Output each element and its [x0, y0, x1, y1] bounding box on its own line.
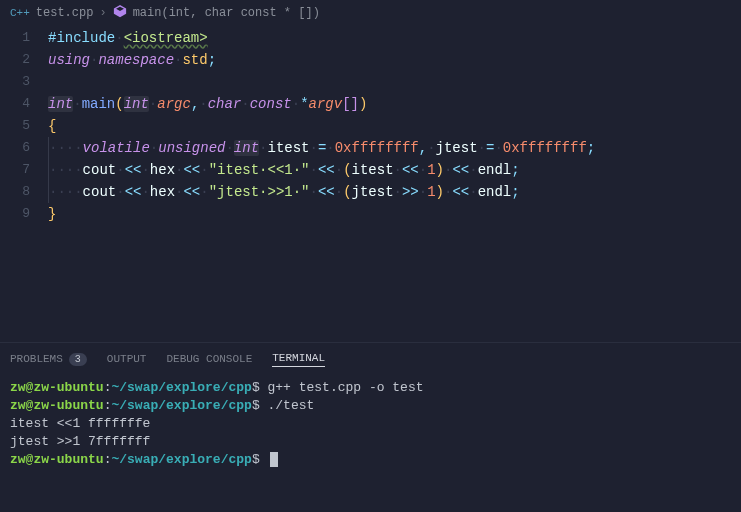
tab-debug-console[interactable]: DEBUG CONSOLE — [166, 353, 252, 365]
chevron-right-icon: › — [99, 6, 106, 20]
breadcrumb-file[interactable]: test.cpp — [36, 6, 94, 20]
breadcrumb[interactable]: C++ test.cpp › main(int, char const * []… — [0, 0, 741, 25]
panel-tabs: PROBLEMS 3 OUTPUT DEBUG CONSOLE TERMINAL — [0, 343, 741, 375]
code-line[interactable]: ····volatile·unsigned·int·itest·=·0xffff… — [48, 137, 741, 159]
line-number: 6 — [0, 137, 30, 159]
code-line[interactable]: } — [48, 203, 741, 225]
line-number: 8 — [0, 181, 30, 203]
terminal-line: zw@zw-ubuntu:~/swap/explore/cpp$ g++ tes… — [10, 379, 731, 397]
breadcrumb-symbol[interactable]: main(int, char const * []) — [133, 6, 320, 20]
line-gutter: 1 2 3 4 5 6 7 8 9 — [0, 27, 48, 342]
terminal-prompt[interactable]: zw@zw-ubuntu:~/swap/explore/cpp$ — [10, 451, 731, 469]
cpp-file-icon: C++ — [10, 7, 30, 19]
code-line[interactable]: #include·<iostream> — [48, 27, 741, 49]
terminal-output: itest <<1 fffffffe — [10, 415, 731, 433]
code-line[interactable]: using·namespace·std; — [48, 49, 741, 71]
code-line[interactable]: { — [48, 115, 741, 137]
code-editor[interactable]: 1 2 3 4 5 6 7 8 9 #include·<iostream> us… — [0, 25, 741, 342]
code-content[interactable]: #include·<iostream> using·namespace·std;… — [48, 27, 741, 342]
terminal-line: zw@zw-ubuntu:~/swap/explore/cpp$ ./test — [10, 397, 731, 415]
terminal-output: jtest >>1 7fffffff — [10, 433, 731, 451]
code-line[interactable] — [48, 71, 741, 93]
bottom-panel: PROBLEMS 3 OUTPUT DEBUG CONSOLE TERMINAL… — [0, 342, 741, 512]
symbol-icon — [113, 4, 127, 22]
line-number: 4 — [0, 93, 30, 115]
line-number: 5 — [0, 115, 30, 137]
cursor-icon — [270, 452, 278, 467]
line-number: 2 — [0, 49, 30, 71]
terminal-content[interactable]: zw@zw-ubuntu:~/swap/explore/cpp$ g++ tes… — [0, 375, 741, 512]
line-number: 7 — [0, 159, 30, 181]
code-line[interactable]: int·main(int·argc,·char·const·*argv[]) — [48, 93, 741, 115]
tab-terminal[interactable]: TERMINAL — [272, 352, 325, 367]
code-line[interactable]: ····cout·<<·hex·<<·"itest·<<1·"·<<·(ites… — [48, 159, 741, 181]
tab-problems[interactable]: PROBLEMS 3 — [10, 353, 87, 366]
tab-output[interactable]: OUTPUT — [107, 353, 147, 365]
line-number: 1 — [0, 27, 30, 49]
line-number: 3 — [0, 71, 30, 93]
line-number: 9 — [0, 203, 30, 225]
code-line[interactable]: ····cout·<<·hex·<<·"jtest·>>1·"·<<·(jtes… — [48, 181, 741, 203]
problems-badge: 3 — [69, 353, 87, 366]
